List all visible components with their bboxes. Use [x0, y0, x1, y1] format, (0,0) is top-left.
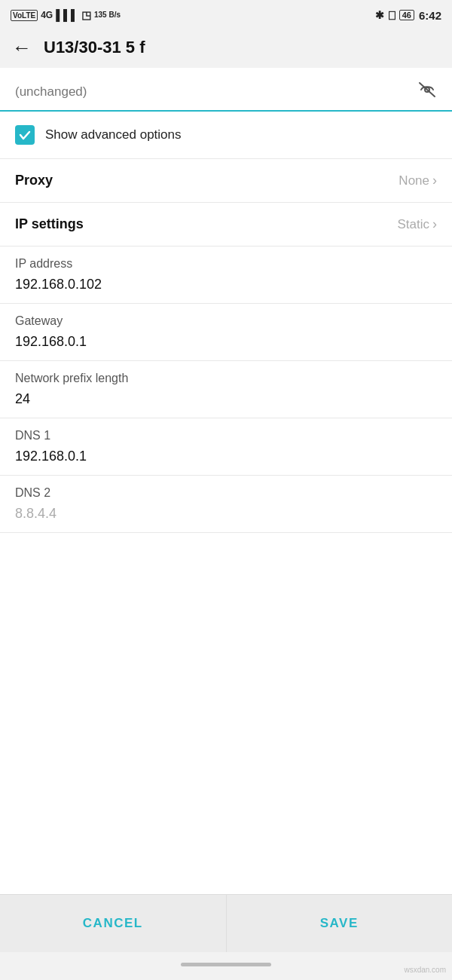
home-bar — [181, 963, 271, 966]
status-right: ✱ ⎕ 46 6:42 — [375, 9, 441, 22]
header: ← U13/30-31 5 f — [0, 30, 452, 68]
advanced-options-checkbox[interactable] — [15, 125, 35, 145]
advanced-options-label: Show advanced options — [45, 127, 182, 142]
save-button[interactable]: SAVE — [227, 895, 453, 952]
field-group-1: Gateway 192.168.0.1 — [0, 304, 452, 361]
password-input[interactable] — [15, 84, 417, 100]
time-display: 6:42 — [419, 9, 441, 22]
ip-settings-row[interactable]: IP settings Static › — [0, 203, 452, 247]
password-field-row — [0, 68, 452, 112]
bottom-buttons: CANCEL SAVE — [0, 894, 452, 952]
proxy-chevron-icon: › — [432, 173, 437, 188]
field-group-0: IP address 192.168.0.102 — [0, 247, 452, 304]
field-sublabel-3: DNS 1 — [15, 429, 437, 443]
field-value-0[interactable]: 192.168.0.102 — [15, 277, 437, 296]
bluetooth-icon: ✱ — [375, 9, 384, 21]
ip-settings-chevron-icon: › — [432, 216, 437, 232]
field-value-4[interactable]: 8.8.4.4 — [15, 506, 437, 525]
status-left: VoLTE 4G ▌▌▌ ◳ 135 B/s — [11, 9, 121, 21]
battery-indicator: 46 — [399, 10, 414, 20]
proxy-label: Proxy — [15, 173, 53, 188]
cancel-button[interactable]: CANCEL — [0, 895, 227, 952]
volte-label: VoLTE — [11, 10, 38, 21]
signal-label: 4G — [41, 10, 53, 20]
ip-settings-value: Static › — [397, 216, 437, 232]
field-value-1[interactable]: 192.168.0.1 — [15, 334, 437, 353]
field-group-2: Network prefix length 24 — [0, 361, 452, 418]
device-icon: ⎕ — [389, 9, 395, 21]
field-sublabel-2: Network prefix length — [15, 372, 437, 385]
data-speed: 135 B/s — [94, 11, 121, 20]
status-bar: VoLTE 4G ▌▌▌ ◳ 135 B/s ✱ ⎕ 46 6:42 — [0, 0, 452, 30]
advanced-options-row[interactable]: Show advanced options — [0, 112, 452, 159]
content-area: Show advanced options Proxy None › IP se… — [0, 68, 452, 894]
watermark: wsxdan.com — [404, 966, 446, 974]
proxy-row[interactable]: Proxy None › — [0, 159, 452, 203]
field-sublabel-0: IP address — [15, 257, 437, 271]
field-group-3: DNS 1 192.168.0.1 — [0, 418, 452, 476]
field-value-3[interactable]: 192.168.0.1 — [15, 449, 437, 467]
page-title: U13/30-31 5 f — [44, 38, 145, 57]
back-button[interactable]: ← — [12, 38, 32, 57]
proxy-value: None › — [399, 173, 437, 188]
signal-bars: ▌▌▌ — [56, 9, 78, 21]
toggle-password-visibility-icon[interactable] — [417, 81, 437, 103]
field-group-4: DNS 2 8.8.4.4 — [0, 476, 452, 533]
field-value-2[interactable]: 24 — [15, 391, 437, 410]
fields-container: IP address 192.168.0.102 Gateway 192.168… — [0, 247, 452, 533]
ip-settings-label: IP settings — [15, 216, 84, 232]
field-sublabel-4: DNS 2 — [15, 486, 437, 500]
home-indicator — [0, 952, 452, 980]
wifi-icon: ◳ — [81, 9, 91, 21]
field-sublabel-1: Gateway — [15, 314, 437, 328]
